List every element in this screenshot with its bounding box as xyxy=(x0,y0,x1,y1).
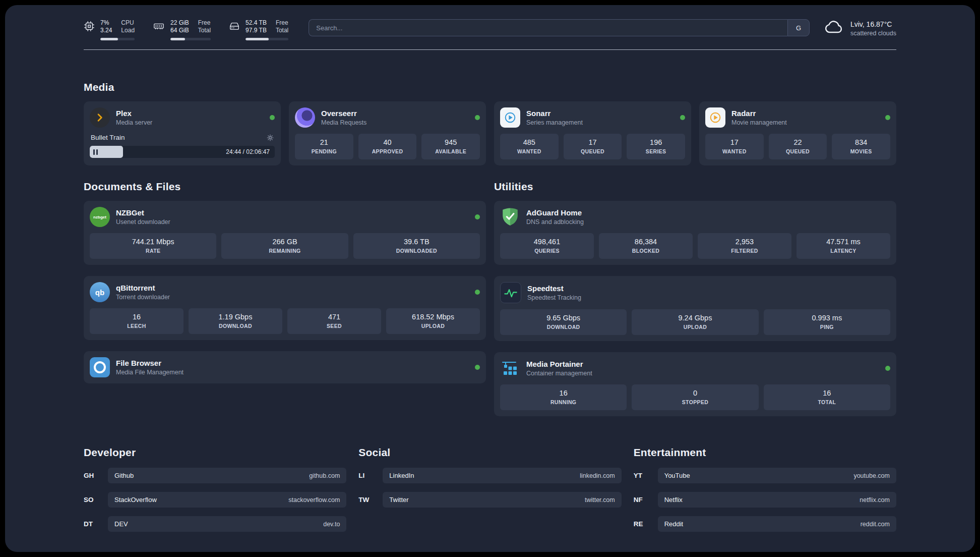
link-url: twitter.com xyxy=(585,496,615,504)
card-portainer[interactable]: Media Portainer Container management 16 … xyxy=(494,352,896,416)
link-url: dev.to xyxy=(323,521,340,528)
app-name: Plex xyxy=(116,109,152,118)
app-name: AdGuard Home xyxy=(526,208,584,217)
link-stackoverflow[interactable]: SO StackOverflow stackoverflow.com xyxy=(84,492,346,508)
stat-value: 9.65 Gbps xyxy=(502,314,625,322)
stat-value: 0.993 ms xyxy=(766,314,888,322)
status-dot xyxy=(475,115,480,120)
disk-free-value: 52.4 TB xyxy=(246,19,267,27)
stat-seed: 471 SEED xyxy=(287,308,381,334)
stat-filtered: 2,953 FILTERED xyxy=(698,233,791,259)
stat-downloaded: 39.6 TB DOWNLOADED xyxy=(353,233,480,259)
stat-value: 22 xyxy=(771,138,825,146)
speedtest-icon xyxy=(500,282,521,303)
section-title-media: Media xyxy=(84,81,896,93)
section-title-developer: Developer xyxy=(84,447,346,459)
card-plex[interactable]: Plex Media server Bullet Train xyxy=(84,101,281,165)
link-abbr: DT xyxy=(84,520,100,528)
link-url: linkedin.com xyxy=(580,472,615,479)
search-input[interactable] xyxy=(309,19,787,36)
stat-value: 47.571 ms xyxy=(799,238,888,246)
link-github[interactable]: GH Github github.com xyxy=(84,468,346,483)
now-playing-title: Bullet Train xyxy=(91,134,125,141)
stat-label: APPROVED xyxy=(360,148,415,154)
pause-icon[interactable] xyxy=(93,149,98,155)
gear-icon[interactable] xyxy=(267,134,274,141)
cpu-label: CPU xyxy=(121,19,135,27)
section-documents: Documents & Files nzbget NZBGet Usenet d… xyxy=(84,181,486,383)
card-filebrowser[interactable]: File Browser Media File Management xyxy=(84,351,486,383)
stat-label: STOPPED xyxy=(634,399,756,405)
stat-download: 1.19 Gbps DOWNLOAD xyxy=(189,308,282,334)
link-linkedin[interactable]: LI LinkedIn linkedin.com xyxy=(358,468,621,483)
stat-value: 17 xyxy=(707,138,762,146)
card-speedtest[interactable]: Speedtest Speedtest Tracking 9.65 Gbps D… xyxy=(494,276,896,341)
portainer-icon xyxy=(500,358,520,378)
cpu-icon xyxy=(84,19,95,40)
section-entertainment: Entertainment YT YouTube youtube.com NF … xyxy=(634,447,896,532)
radarr-icon xyxy=(705,107,725,128)
disk-total-label: Total xyxy=(276,27,288,34)
disk-icon xyxy=(229,19,240,40)
link-abbr: LI xyxy=(358,472,375,479)
app-name: File Browser xyxy=(116,359,183,367)
search-engine-button[interactable]: G xyxy=(787,19,810,36)
card-nzbget[interactable]: nzbget NZBGet Usenet downloader 744.21 M… xyxy=(84,201,486,265)
ram-total-value: 64 GiB xyxy=(170,27,189,34)
weather-condition: scattered clouds xyxy=(850,30,896,37)
app-name: Radarr xyxy=(731,109,787,118)
stat-upload: 9.24 Gbps UPLOAD xyxy=(632,309,758,335)
stat-label: LATENCY xyxy=(799,248,888,254)
stat-label: PENDING xyxy=(297,148,351,154)
stat-movies: 834 MOVIES xyxy=(832,134,890,159)
stat-series: 196 SERIES xyxy=(627,134,685,159)
ram-free-label: Free xyxy=(198,19,211,27)
link-dev[interactable]: DT DEV dev.to xyxy=(84,516,346,532)
app-subtitle: DNS and adblocking xyxy=(526,218,584,226)
link-reddit[interactable]: RE Reddit reddit.com xyxy=(634,516,896,532)
playback-progress-bar[interactable]: 24:44 / 02:06:47 xyxy=(90,146,275,158)
link-netflix[interactable]: NF Netflix netflix.com xyxy=(634,492,896,508)
app-name: Sonarr xyxy=(526,109,583,118)
section-title-entertainment: Entertainment xyxy=(634,447,896,459)
card-overseerr[interactable]: Overseerr Media Requests 21 PENDING 40 A… xyxy=(289,101,486,165)
status-dot xyxy=(680,115,685,120)
playback-progress-fill xyxy=(90,146,123,158)
stat-blocked: 86,384 BLOCKED xyxy=(599,233,693,259)
stat-value: 40 xyxy=(360,138,415,146)
link-name: Twitter xyxy=(389,496,408,504)
stat-value: 471 xyxy=(289,313,379,321)
disk-usage-bar xyxy=(246,38,288,40)
app-subtitle: Container management xyxy=(526,370,592,377)
disk-total-value: 97.9 TB xyxy=(246,27,267,34)
stat-value: 945 xyxy=(423,138,478,146)
app-name: Media Portainer xyxy=(526,360,592,368)
app-subtitle: Media server xyxy=(116,119,152,126)
card-qbittorrent[interactable]: qb qBittorrent Torrent downloader 16 LEE… xyxy=(84,276,486,340)
link-name: DEV xyxy=(114,520,128,528)
stat-label: UPLOAD xyxy=(634,324,756,330)
card-sonarr[interactable]: Sonarr Series management 485 WANTED 17 Q… xyxy=(494,101,691,165)
stat-value: 196 xyxy=(629,138,683,146)
ram-widget: 22 GiB 64 GiB Free Total xyxy=(153,19,211,40)
stat-value: 485 xyxy=(502,138,557,146)
section-title-utilities: Utilities xyxy=(494,181,896,193)
link-url: github.com xyxy=(309,472,340,479)
stat-label: FILTERED xyxy=(700,248,789,254)
stat-queued: 17 QUEUED xyxy=(564,134,622,159)
disk-free-label: Free xyxy=(276,19,288,27)
status-dot xyxy=(885,366,890,371)
stat-label: WANTED xyxy=(502,148,557,154)
card-radarr[interactable]: Radarr Movie management 17 WANTED 22 QUE… xyxy=(699,101,896,165)
link-twitter[interactable]: TW Twitter twitter.com xyxy=(358,492,621,508)
stat-label: SEED xyxy=(289,323,379,329)
stat-label: MOVIES xyxy=(834,148,888,154)
card-adguard[interactable]: AdGuard Home DNS and adblocking 498,461 … xyxy=(494,201,896,265)
link-youtube[interactable]: YT YouTube youtube.com xyxy=(634,468,896,483)
stat-label: DOWNLOAD xyxy=(191,323,280,329)
stat-label: PING xyxy=(766,324,888,330)
cpu-usage-bar xyxy=(100,38,135,40)
stat-leech: 16 LEECH xyxy=(90,308,183,334)
stat-latency: 47.571 ms LATENCY xyxy=(797,233,890,259)
disk-widget: 52.4 TB 97.9 TB Free Total xyxy=(229,19,288,40)
